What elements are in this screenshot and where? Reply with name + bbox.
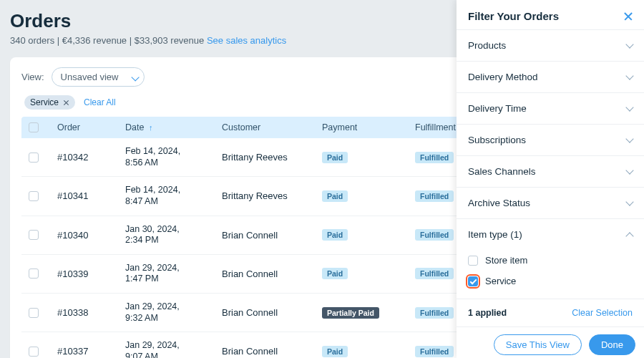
filter-section[interactable]: Delivery Method bbox=[457, 61, 644, 92]
filter-chip-service[interactable]: Service bbox=[24, 95, 75, 110]
view-select-value: Unsaved view bbox=[61, 72, 119, 82]
section-label: Products bbox=[468, 40, 506, 51]
filter-section[interactable]: Item type (1) bbox=[457, 218, 644, 250]
row-checkbox[interactable] bbox=[29, 230, 39, 240]
view-select[interactable]: Unsaved view bbox=[52, 67, 145, 87]
customer-name: Brian Connell bbox=[222, 307, 322, 318]
filter-section[interactable]: Archive Status bbox=[457, 187, 644, 218]
order-date: Feb 14, 2024,8:47 AM bbox=[125, 185, 222, 207]
order-id: #10339 bbox=[57, 268, 125, 279]
payment-badge: Paid bbox=[322, 346, 348, 357]
customer-name: Brian Connell bbox=[222, 346, 322, 357]
select-all-checkbox[interactable] bbox=[29, 122, 39, 132]
fulfillment-badge: Fulfilled bbox=[415, 229, 454, 241]
col-date[interactable]: Date ↑ bbox=[125, 122, 222, 132]
chevron-up-icon bbox=[625, 232, 633, 240]
order-id: #10337 bbox=[57, 346, 125, 357]
order-id: #10338 bbox=[57, 307, 125, 318]
panel-title: Filter Your Orders bbox=[468, 10, 559, 22]
chevron-down-icon bbox=[625, 40, 633, 48]
sales-analytics-link[interactable]: See sales analytics bbox=[207, 35, 286, 46]
view-label: View: bbox=[21, 72, 44, 82]
fulfillment-badge: Fulfilled bbox=[415, 346, 454, 357]
chevron-down-icon bbox=[625, 198, 633, 205]
order-id: #10341 bbox=[57, 190, 125, 201]
order-date: Jan 29, 2024,1:47 PM bbox=[125, 263, 222, 285]
payment-badge: Partially Paid bbox=[322, 307, 379, 319]
customer-name: Brian Connell bbox=[222, 268, 322, 279]
option-label: Store item bbox=[485, 255, 527, 266]
order-date: Jan 29, 2024,9:32 AM bbox=[125, 301, 222, 324]
customer-name: Brittany Reeves bbox=[222, 190, 322, 201]
order-id: #10342 bbox=[57, 152, 125, 163]
chevron-down-icon bbox=[625, 166, 633, 174]
section-label: Sales Channels bbox=[468, 166, 536, 177]
filter-option[interactable]: Store item bbox=[468, 250, 633, 271]
option-label: Service bbox=[485, 276, 516, 286]
fulfillment-badge: Fulfilled bbox=[415, 190, 454, 202]
customer-name: Brian Connell bbox=[222, 230, 322, 241]
clear-selection-link[interactable]: Clear Selection bbox=[572, 308, 633, 318]
filter-section[interactable]: Products bbox=[457, 29, 644, 61]
col-payment[interactable]: Payment bbox=[322, 122, 415, 132]
row-checkbox[interactable] bbox=[29, 308, 39, 318]
row-checkbox[interactable] bbox=[29, 347, 39, 357]
summary-text: 340 orders | €4,336 revenue | $33,903 re… bbox=[10, 35, 204, 46]
checkbox[interactable] bbox=[468, 256, 478, 266]
close-icon[interactable] bbox=[624, 12, 633, 21]
section-label: Subscriptions bbox=[468, 135, 526, 145]
section-label: Item type (1) bbox=[468, 229, 522, 240]
fulfillment-badge: Fulfilled bbox=[415, 152, 454, 163]
payment-badge: Paid bbox=[322, 229, 348, 241]
clear-all-link[interactable]: Clear All bbox=[84, 97, 116, 107]
done-button[interactable]: Done bbox=[589, 334, 635, 355]
save-view-button[interactable]: Save This View bbox=[494, 334, 582, 355]
filter-section[interactable]: Sales Channels bbox=[457, 155, 644, 187]
filter-option[interactable]: Service bbox=[468, 271, 633, 291]
section-label: Archive Status bbox=[468, 198, 530, 208]
fulfillment-badge: Fulfilled bbox=[415, 307, 454, 319]
fulfillment-badge: Fulfilled bbox=[415, 268, 454, 279]
order-id: #10340 bbox=[57, 230, 125, 241]
payment-badge: Paid bbox=[322, 152, 348, 163]
order-date: Jan 29, 2024,9:07 AM bbox=[125, 340, 222, 358]
payment-badge: Paid bbox=[322, 268, 348, 279]
close-icon[interactable] bbox=[63, 100, 69, 106]
applied-count: 1 applied bbox=[468, 308, 507, 318]
order-date: Jan 30, 2024,2:34 PM bbox=[125, 224, 222, 246]
order-date: Feb 14, 2024,8:56 AM bbox=[125, 146, 222, 168]
chevron-down-icon bbox=[625, 135, 633, 142]
filter-section[interactable]: Delivery Time bbox=[457, 92, 644, 124]
filter-section[interactable]: Subscriptions bbox=[457, 124, 644, 155]
checkbox[interactable] bbox=[468, 276, 478, 286]
row-checkbox[interactable] bbox=[29, 191, 39, 201]
chevron-down-icon bbox=[625, 103, 633, 111]
sort-asc-icon: ↑ bbox=[149, 123, 153, 132]
col-order[interactable]: Order bbox=[57, 122, 125, 132]
chevron-down-icon bbox=[625, 72, 633, 79]
chip-label: Service bbox=[30, 97, 59, 107]
section-label: Delivery Time bbox=[468, 103, 527, 114]
row-checkbox[interactable] bbox=[29, 153, 39, 163]
section-label: Delivery Method bbox=[468, 72, 538, 82]
payment-badge: Paid bbox=[322, 190, 348, 202]
col-customer[interactable]: Customer bbox=[222, 122, 322, 132]
customer-name: Brittany Reeves bbox=[222, 152, 322, 163]
row-checkbox[interactable] bbox=[29, 268, 39, 279]
filter-panel: Filter Your Orders ProductsDelivery Meth… bbox=[457, 0, 644, 358]
